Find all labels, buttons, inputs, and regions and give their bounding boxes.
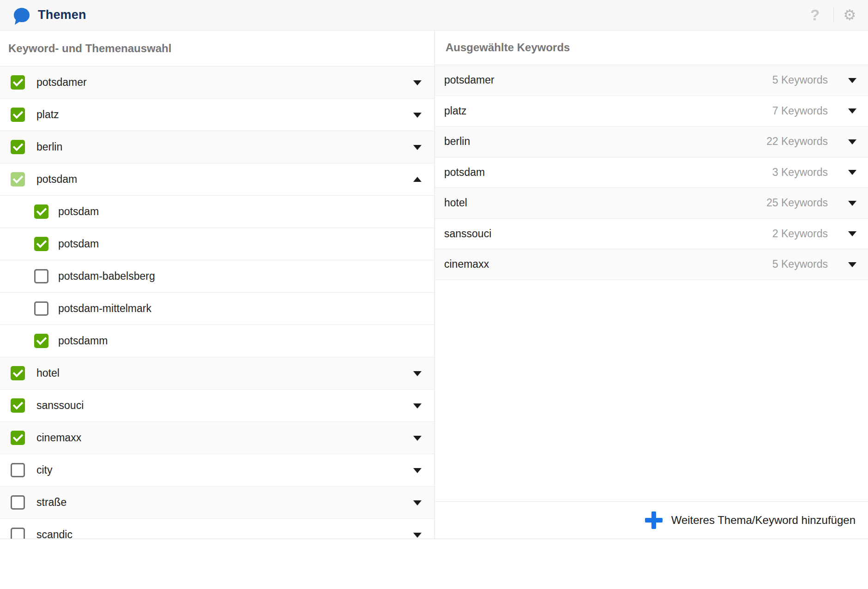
subkeyword-label: potsdam-mittelmark: [58, 302, 151, 315]
selected-label: cinemaxx: [444, 258, 489, 270]
selected-row-cinemaxx[interactable]: cinemaxx 5 Keywords: [435, 249, 868, 280]
chevron-down-icon[interactable]: [413, 403, 422, 409]
keyword-count: 2 Keywords: [772, 228, 828, 240]
subkeyword-row-potsdam-mittelmark[interactable]: potsdam-mittelmark: [0, 293, 434, 325]
left-panel-header: Keyword- und Themenauswahl: [0, 30, 434, 66]
selected-label: berlin: [444, 135, 470, 148]
keyword-count: 5 Keywords: [772, 258, 828, 270]
keyword-label: potsdamer: [36, 76, 87, 89]
selected-label: platz: [444, 105, 467, 117]
chevron-up-icon[interactable]: [413, 177, 422, 182]
subkeyword-label: potsdam-babelsberg: [58, 270, 155, 282]
plus-icon: [645, 511, 663, 529]
checkbox-unchecked[interactable]: [11, 528, 25, 539]
chevron-down-icon[interactable]: [848, 201, 856, 206]
chevron-down-icon[interactable]: [413, 80, 422, 85]
checkbox-unchecked[interactable]: [11, 495, 25, 510]
chevron-down-icon[interactable]: [413, 436, 422, 441]
keyword-count: 22 Keywords: [766, 135, 828, 148]
keyword-row-city[interactable]: city: [0, 454, 434, 487]
selected-keywords-panel: Ausgewählte Keywords potsdamer 5 Keyword…: [434, 30, 868, 539]
left-panel-title: Keyword- und Themenauswahl: [8, 42, 171, 55]
checkbox-checked[interactable]: [34, 237, 48, 251]
keyword-row-sanssouci[interactable]: sanssouci: [0, 390, 434, 422]
chevron-down-icon[interactable]: [413, 500, 422, 505]
keyword-label: sanssouci: [36, 399, 84, 412]
top-bar: Themen ? ⚙: [0, 0, 868, 30]
chevron-down-icon[interactable]: [413, 371, 422, 376]
checkbox-checked[interactable]: [11, 431, 25, 445]
keyword-row-cinemaxx[interactable]: cinemaxx: [0, 422, 434, 454]
keyword-count: 25 Keywords: [766, 197, 828, 209]
selected-label: potsdam: [444, 166, 485, 179]
keyword-label: cinemaxx: [36, 432, 81, 444]
keyword-count: 3 Keywords: [772, 166, 828, 179]
selected-row-platz[interactable]: platz 7 Keywords: [435, 96, 868, 127]
keyword-row-berlin[interactable]: berlin: [0, 131, 434, 163]
top-bar-divider: [833, 8, 834, 23]
gear-icon[interactable]: ⚙: [843, 8, 856, 22]
checkbox-checked[interactable]: [11, 366, 25, 380]
checkbox-checked[interactable]: [11, 140, 25, 154]
keyword-row-potsdam-group[interactable]: potsdam: [0, 163, 434, 196]
checkbox-checked[interactable]: [11, 398, 25, 413]
keyword-label: straße: [36, 496, 66, 509]
subkeyword-label: potsdamm: [58, 335, 108, 347]
keyword-row-platz[interactable]: platz: [0, 99, 434, 131]
add-keyword-button[interactable]: Weiteres Thema/Keyword hinzufügen: [435, 501, 868, 539]
keyword-label: potsdam: [36, 173, 77, 186]
keyword-row-hotel[interactable]: hotel: [0, 357, 434, 390]
chevron-down-icon[interactable]: [413, 468, 422, 473]
page-title: Themen: [38, 8, 86, 22]
subkeyword-label: potsdam: [58, 205, 99, 218]
checkbox-unchecked[interactable]: [34, 301, 48, 316]
right-panel-header: Ausgewählte Keywords: [435, 30, 868, 65]
chevron-down-icon[interactable]: [413, 145, 422, 150]
selected-row-potsdam[interactable]: potsdam 3 Keywords: [435, 157, 868, 188]
chevron-down-icon[interactable]: [848, 139, 856, 144]
checkbox-checked[interactable]: [34, 204, 48, 219]
chevron-down-icon[interactable]: [413, 533, 422, 538]
subkeyword-row-potsdam-1[interactable]: potsdam: [0, 196, 434, 228]
checkbox-checked[interactable]: [11, 108, 25, 122]
chevron-down-icon[interactable]: [848, 78, 856, 83]
keyword-label: city: [36, 464, 53, 476]
subkeyword-label: potsdam: [58, 238, 99, 250]
checkbox-checked[interactable]: [11, 75, 25, 90]
selected-row-sanssouci[interactable]: sanssouci 2 Keywords: [435, 219, 868, 250]
keyword-selection-panel: Keyword- und Themenauswahl potsdamer pla…: [0, 30, 434, 539]
keyword-row-strasse[interactable]: straße: [0, 487, 434, 519]
chevron-down-icon[interactable]: [848, 231, 856, 236]
keyword-label: berlin: [36, 141, 62, 153]
subkeyword-row-potsdam-babelsberg[interactable]: potsdam-babelsberg: [0, 260, 434, 293]
help-icon[interactable]: ?: [806, 7, 824, 23]
checkbox-partial[interactable]: [11, 172, 25, 186]
keyword-label: hotel: [36, 367, 60, 379]
chevron-down-icon[interactable]: [848, 262, 856, 267]
checkbox-unchecked[interactable]: [11, 463, 25, 477]
content-area: Keyword- und Themenauswahl potsdamer pla…: [0, 30, 868, 539]
speech-bubble-icon: [14, 8, 30, 22]
selected-label: sanssouci: [444, 228, 491, 240]
selected-row-berlin[interactable]: berlin 22 Keywords: [435, 126, 868, 157]
checkbox-unchecked[interactable]: [34, 269, 48, 283]
selected-label: potsdamer: [444, 74, 494, 86]
add-keyword-label: Weiteres Thema/Keyword hinzufügen: [671, 514, 856, 527]
keyword-count: 5 Keywords: [772, 74, 828, 86]
subkeyword-row-potsdam-2[interactable]: potsdam: [0, 228, 434, 260]
keyword-row-scandic[interactable]: scandic: [0, 519, 434, 539]
subkeyword-row-potsdamm[interactable]: potsdamm: [0, 325, 434, 357]
chevron-down-icon[interactable]: [848, 108, 856, 114]
keyword-count: 7 Keywords: [772, 105, 828, 117]
right-panel-title: Ausgewählte Keywords: [446, 41, 570, 54]
chevron-down-icon[interactable]: [848, 170, 856, 175]
selected-row-hotel[interactable]: hotel 25 Keywords: [435, 188, 868, 219]
checkbox-checked[interactable]: [34, 334, 48, 348]
top-bar-actions: ? ⚙: [806, 7, 856, 23]
keyword-label: platz: [36, 108, 59, 121]
selected-label: hotel: [444, 197, 467, 209]
keyword-row-potsdamer[interactable]: potsdamer: [0, 66, 434, 99]
keyword-label: scandic: [36, 529, 72, 539]
chevron-down-icon[interactable]: [413, 113, 422, 118]
selected-row-potsdamer[interactable]: potsdamer 5 Keywords: [435, 65, 868, 96]
